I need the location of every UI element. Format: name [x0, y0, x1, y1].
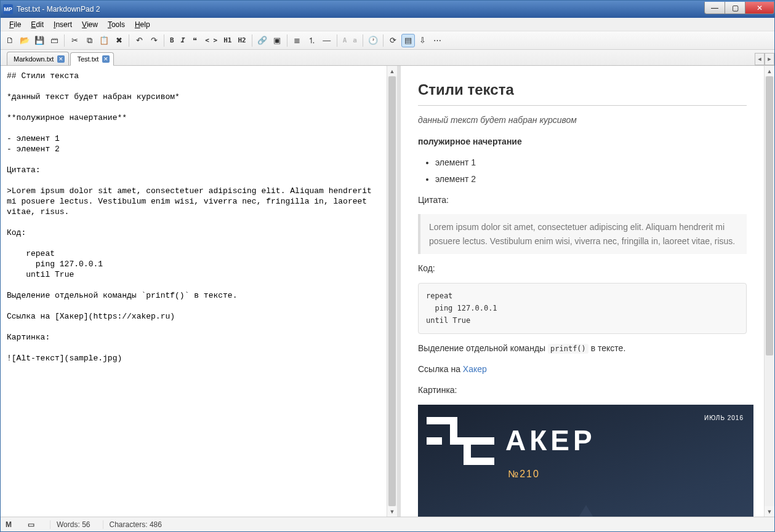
preview-image: ИЮЛЬ 2016	[418, 405, 753, 517]
menu-tools[interactable]: Tools	[103, 19, 130, 30]
toolbar: 🗋 📂 💾 🗃 ✂ ⧉ 📋 ✖ ↶ ↷ B I ❝ < > H1 H2 🔗 ▣ …	[1, 31, 774, 50]
close-tab-icon[interactable]: ✕	[57, 55, 65, 63]
tab-test[interactable]: Test.txt ✕	[70, 52, 114, 66]
menu-file[interactable]: File	[4, 19, 26, 30]
menu-view[interactable]: View	[77, 19, 103, 30]
preview-code-block: repeat ping 127.0.0.1 until True	[418, 283, 747, 334]
magazine-logo-text: АКЕР	[505, 418, 596, 464]
lowercase-button[interactable]: a	[350, 34, 359, 47]
delete-icon[interactable]: ✖	[112, 34, 126, 47]
list-item: элемент 1	[435, 156, 747, 169]
titlebar: MP Test.txt - MarkdownPad 2 — ▢ ✕	[1, 1, 774, 18]
h2-button[interactable]: H2	[235, 34, 248, 47]
refresh-icon[interactable]: ⟳	[387, 34, 400, 47]
magazine-date: ИЮЛЬ 2016	[704, 413, 744, 423]
editor-scrollbar[interactable]: ▲ ▼	[387, 66, 397, 517]
svg-rect-6	[479, 437, 494, 445]
minimize-button[interactable]: —	[704, 2, 725, 14]
word-count: Words: 56	[50, 520, 90, 529]
preview-link[interactable]: Хакер	[463, 364, 487, 374]
tab-label: Markdown.txt	[14, 55, 54, 63]
close-button[interactable]: ✕	[745, 2, 774, 14]
new-file-icon[interactable]: 🗋	[3, 34, 17, 47]
cut-icon[interactable]: ✂	[68, 34, 81, 47]
copy-icon[interactable]: ⧉	[82, 34, 96, 47]
preview-heading: Стили текста	[418, 78, 747, 106]
scroll-down-icon[interactable]: ▼	[765, 506, 774, 517]
italic-button[interactable]: I	[178, 34, 187, 47]
ordered-list-icon[interactable]: ⒈	[305, 34, 319, 47]
paste-icon[interactable]: 📋	[97, 34, 111, 47]
quote-icon[interactable]: ❝	[188, 34, 201, 47]
tab-scroll-right-icon[interactable]: ►	[765, 53, 774, 65]
save-icon[interactable]: 💾	[33, 34, 46, 47]
magazine-art-icon	[518, 505, 654, 517]
bold-button[interactable]: B	[167, 34, 177, 47]
window-title: Test.txt - MarkdownPad 2	[17, 5, 705, 14]
uppercase-button[interactable]: A	[340, 34, 350, 47]
scroll-up-icon[interactable]: ▲	[765, 66, 774, 76]
preview-italic: данный текст будет набран курсивом	[418, 115, 577, 125]
svg-rect-5	[427, 437, 442, 445]
menu-help[interactable]: Help	[130, 19, 155, 30]
svg-rect-4	[464, 458, 494, 465]
open-file-icon[interactable]: 📂	[18, 34, 31, 47]
tab-label: Test.txt	[77, 55, 98, 63]
statusbar: M ▭ Words: 56 Characters: 486	[1, 517, 774, 531]
preview-list: элемент 1 элемент 2	[435, 156, 747, 186]
preview-blockquote: Lorem ipsum dolor sit amet, consectetuer…	[418, 214, 747, 254]
preview-bold: полужирное начертание	[418, 137, 522, 146]
list-item: элемент 2	[435, 172, 747, 186]
image-icon[interactable]: ▣	[270, 34, 284, 47]
tabstrip: Markdown.txt ✕ Test.txt ✕ ◄ ►	[1, 50, 774, 66]
editor-pane[interactable]: ## Стили текста *данный текст будет набр…	[1, 66, 387, 517]
redo-icon[interactable]: ↷	[147, 34, 161, 47]
export-icon[interactable]: ⇩	[416, 34, 430, 47]
menu-insert[interactable]: Insert	[49, 19, 77, 30]
scroll-up-icon[interactable]: ▲	[387, 66, 397, 76]
timestamp-icon[interactable]: 🕐	[366, 34, 380, 47]
menubar: File Edit Insert View Tools Help	[1, 18, 774, 31]
maximize-button[interactable]: ▢	[725, 2, 745, 14]
quote-label: Цитата:	[418, 193, 747, 207]
code-button[interactable]: < >	[203, 34, 220, 47]
markdown-mode-icon[interactable]: M	[6, 520, 15, 529]
hr-icon[interactable]: —	[320, 34, 334, 47]
magazine-logo-icon	[427, 417, 494, 465]
svg-marker-7	[531, 505, 641, 517]
more-icon[interactable]: ⋯	[431, 34, 444, 47]
tab-scroll-left-icon[interactable]: ◄	[755, 53, 765, 65]
close-tab-icon[interactable]: ✕	[102, 55, 110, 63]
app-icon: MP	[3, 4, 13, 14]
inline-code-paragraph: Выделение отдельной команды printf() в т…	[418, 341, 747, 355]
preview-pane: Стили текста данный текст будет набран к…	[401, 66, 764, 517]
menu-edit[interactable]: Edit	[26, 19, 49, 30]
scroll-down-icon[interactable]: ▼	[387, 506, 397, 517]
preview-scrollbar[interactable]: ▲ ▼	[764, 66, 774, 517]
image-label: Картинка:	[418, 383, 747, 397]
code-label: Код:	[418, 261, 747, 275]
book-icon[interactable]: ▭	[28, 520, 38, 529]
tab-markdown[interactable]: Markdown.txt ✕	[7, 52, 69, 65]
inline-code: printf()	[548, 344, 588, 354]
save-all-icon[interactable]: 🗃	[47, 34, 61, 47]
unordered-list-icon[interactable]: ≣	[291, 34, 304, 47]
undo-icon[interactable]: ↶	[132, 34, 146, 47]
magazine-issue: №210	[508, 466, 745, 482]
link-icon[interactable]: 🔗	[255, 34, 269, 47]
h1-button[interactable]: H1	[221, 34, 234, 47]
char-count: Characters: 486	[103, 520, 162, 529]
toggle-preview-icon[interactable]: ▤	[401, 34, 415, 47]
